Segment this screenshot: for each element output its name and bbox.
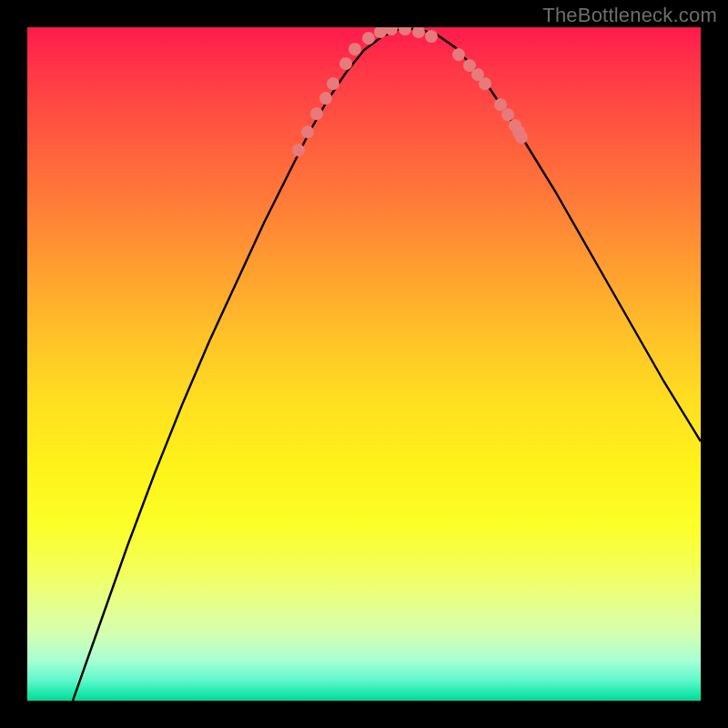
data-point	[501, 108, 514, 121]
data-point	[319, 92, 332, 105]
data-point	[399, 27, 411, 35]
data-point	[362, 32, 375, 45]
points-layer	[27, 27, 701, 701]
data-point	[452, 48, 465, 61]
data-point	[301, 126, 314, 138]
data-point	[479, 77, 491, 90]
data-point	[425, 30, 438, 43]
data-point	[374, 27, 387, 38]
watermark-text: TheBottleneck.com	[542, 4, 717, 27]
data-point	[339, 57, 352, 70]
data-point	[349, 43, 361, 56]
data-point	[385, 27, 398, 35]
data-point	[412, 27, 425, 38]
data-point	[292, 144, 305, 157]
plot-area	[27, 27, 701, 701]
data-point	[515, 131, 528, 144]
data-points-group	[292, 27, 528, 157]
data-point	[310, 107, 323, 120]
chart-frame: TheBottleneck.com	[0, 0, 728, 728]
data-point	[327, 77, 339, 90]
